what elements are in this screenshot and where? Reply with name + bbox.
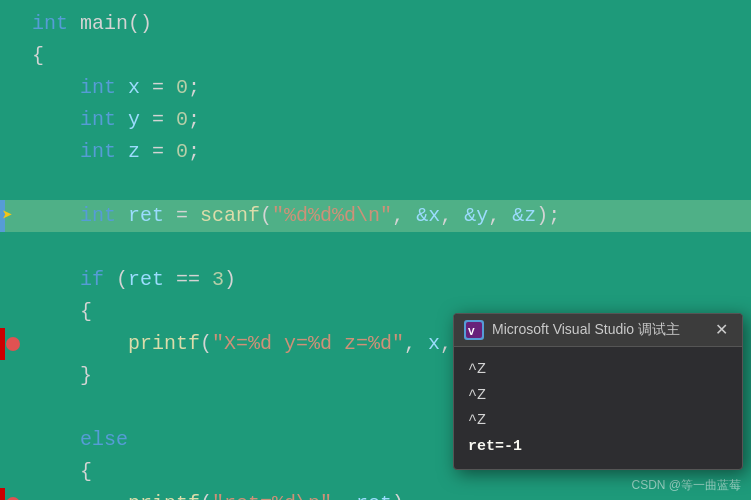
- op-9b: ==: [164, 264, 212, 296]
- indent-14: [32, 424, 80, 456]
- csdn-watermark: CSDN @等一曲蓝莓: [631, 477, 741, 494]
- comma-16: ,: [332, 488, 356, 500]
- brace-15: {: [80, 456, 92, 488]
- output-line-2: ^Z: [468, 383, 728, 409]
- breakpoint-bar: [0, 328, 5, 360]
- indent-15: [32, 456, 80, 488]
- breakpoint-bar-16: [0, 488, 5, 500]
- code-text-1: main(): [68, 8, 152, 40]
- code-line-5: int z = 0 ;: [0, 136, 751, 168]
- code-line-6: [0, 168, 751, 200]
- var-z: z: [116, 136, 140, 168]
- brace-10: {: [80, 296, 92, 328]
- keyword-if: if: [80, 264, 104, 296]
- keyword-int-5: int: [80, 136, 116, 168]
- output-result: ret=-1: [468, 434, 728, 460]
- code-text-2: {: [32, 40, 44, 72]
- num-9: 3: [212, 264, 224, 296]
- keyword-int-1: int: [32, 8, 68, 40]
- semi-5: ;: [188, 136, 200, 168]
- keyword-int-4: int: [80, 104, 116, 136]
- fn-printf-16: printf: [128, 488, 200, 500]
- indent-11: [32, 328, 128, 360]
- dialog-header: V Microsoft Visual Studio 调试主 ✕: [454, 314, 742, 347]
- keyword-int-3: int: [80, 72, 116, 104]
- var-x-11: x: [428, 328, 440, 360]
- indent-9: [32, 264, 80, 296]
- num-3: 0: [176, 72, 188, 104]
- code-line-2: {: [0, 40, 751, 72]
- debug-dialog: V Microsoft Visual Studio 调试主 ✕ ^Z ^Z ^Z…: [453, 313, 743, 470]
- output-line-3: ^Z: [468, 408, 728, 434]
- var-ret: ret: [116, 200, 164, 232]
- op-4: =: [140, 104, 176, 136]
- indent-16: [32, 488, 128, 500]
- code-line-4: int y = 0 ;: [0, 104, 751, 136]
- fn-printf-11: printf: [128, 328, 200, 360]
- indent-3: [32, 72, 80, 104]
- paren-16a: (: [200, 488, 212, 500]
- semi-3: ;: [188, 72, 200, 104]
- var-ret-9: ret: [128, 264, 164, 296]
- fn-scanf: scanf: [200, 200, 260, 232]
- code-line-9: if ( ret == 3 ): [0, 264, 751, 296]
- str-11: "X=%d y=%d z=%d": [212, 328, 404, 360]
- op-7b: ,: [392, 200, 416, 232]
- vs-logo-icon: V: [466, 322, 482, 338]
- str-16: "ret=%d\n": [212, 488, 332, 500]
- amp-x: &x: [416, 200, 440, 232]
- op-5: =: [140, 136, 176, 168]
- indent-10: [32, 296, 80, 328]
- str-7: "%d%d%d\n": [272, 200, 392, 232]
- dialog-body: ^Z ^Z ^Z ret=-1: [454, 347, 742, 469]
- num-4: 0: [176, 104, 188, 136]
- comma-7a: ,: [440, 200, 464, 232]
- var-x: x: [116, 72, 140, 104]
- comma-7b: ,: [488, 200, 512, 232]
- vs-icon: V: [464, 320, 484, 340]
- amp-y: &y: [464, 200, 488, 232]
- paren-7b: );: [536, 200, 560, 232]
- var-y: y: [116, 104, 140, 136]
- op-7a: =: [164, 200, 200, 232]
- indent-5: [32, 136, 80, 168]
- semi-4: ;: [188, 104, 200, 136]
- code-line-7: ➤ int ret = scanf ( "%d%d%d\n" , &x , &y…: [0, 200, 751, 232]
- svg-text:V: V: [468, 326, 475, 338]
- dialog-title: Microsoft Visual Studio 调试主: [492, 321, 680, 339]
- brace-12: }: [80, 360, 92, 392]
- paren-9: ): [224, 264, 236, 296]
- dialog-close-button[interactable]: ✕: [711, 320, 732, 340]
- indent-12: [32, 360, 80, 392]
- debug-arrow-icon: ➤: [2, 200, 13, 232]
- code-line-3: int x = 0 ;: [0, 72, 751, 104]
- amp-z: &z: [512, 200, 536, 232]
- indent-7: [32, 200, 80, 232]
- keyword-int-7: int: [80, 200, 116, 232]
- comma-11a: ,: [404, 328, 428, 360]
- output-line-1: ^Z: [468, 357, 728, 383]
- var-ret-16: ret: [356, 488, 392, 500]
- op-3: =: [140, 72, 176, 104]
- keyword-else: else: [80, 424, 128, 456]
- code-line-1: int main(): [0, 8, 751, 40]
- op-9a: (: [104, 264, 128, 296]
- paren-16b: ): [392, 488, 404, 500]
- paren-11a: (: [200, 328, 212, 360]
- code-line-8: [0, 232, 751, 264]
- num-5: 0: [176, 136, 188, 168]
- dialog-header-left: V Microsoft Visual Studio 调试主: [464, 320, 680, 340]
- indent-4: [32, 104, 80, 136]
- paren-7a: (: [260, 200, 272, 232]
- breakpoint-dot-11: [6, 337, 20, 351]
